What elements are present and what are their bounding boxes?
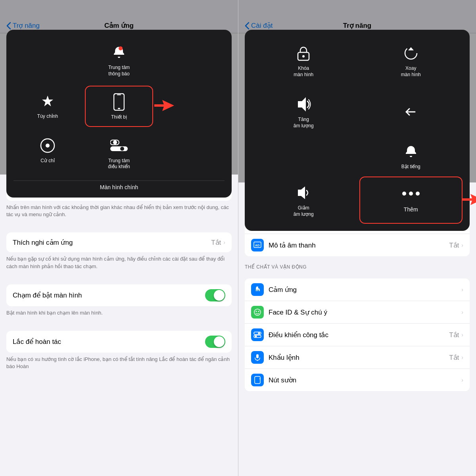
- svg-point-21: [416, 192, 420, 196]
- voice-control-label: Khẩu lệnh: [269, 353, 449, 362]
- red-arrow-right: [463, 194, 476, 207]
- left-popup: Trung tâmthông báo Tùy chỉnh: [6, 30, 232, 198]
- popup-item-device-label: Thiết bị: [111, 114, 127, 121]
- phone-icon: [109, 92, 129, 112]
- cam-ung-row[interactable]: Cảm ứng ›: [245, 278, 470, 301]
- popup-item-customize-label: Tùy chỉnh: [37, 113, 58, 120]
- sound-on-icon: [401, 142, 421, 161]
- bell-icon: [109, 42, 129, 62]
- red-arrow-left: [154, 100, 174, 113]
- shake-undo-label: Lắc để hoàn tác: [13, 338, 205, 346]
- switch-control-label: Điều khiển công tắc: [269, 331, 449, 339]
- popup-item-vol-up[interactable]: Tăngâm lượng: [252, 88, 355, 135]
- tap-screen-toggle[interactable]: [205, 289, 225, 301]
- popup-item-notification[interactable]: Trung tâmthông báo: [85, 37, 153, 83]
- svg-point-36: [255, 336, 257, 338]
- touch-adapt-value: Tắt: [211, 238, 221, 247]
- switch-icon: [251, 328, 264, 341]
- popup-item-lock-label: Khóamàn hình: [294, 65, 313, 78]
- switch-control-chevron: ›: [461, 332, 463, 338]
- audio-desc-chevron: ›: [461, 242, 463, 248]
- svg-point-35: [258, 332, 260, 334]
- popup-item-sound-on[interactable]: Bật tiếng: [359, 135, 463, 177]
- left-settings-content: Haptic Touch › Nhấn trên màn hình với cá…: [0, 175, 238, 476]
- svg-rect-23: [463, 198, 473, 201]
- svg-point-0: [119, 46, 123, 50]
- popup-item-gesture-label: Cử chỉ: [40, 158, 55, 164]
- control-icon: [109, 136, 129, 155]
- touch-icon: [251, 283, 264, 296]
- left-popup-overlay: Trung tâmthông báo Tùy chỉnh: [0, 0, 238, 175]
- voice-control-chevron: ›: [461, 354, 463, 361]
- popup-item-customize[interactable]: Tùy chỉnh: [13, 86, 82, 127]
- shake-undo-section: Lắc để hoàn tác: [6, 331, 232, 353]
- popup-item-vol-up-label: Tăngâm lượng: [294, 117, 314, 129]
- rotate-icon: [401, 43, 421, 63]
- touch-adapt-section: Thích nghi cảm ứng Tắt ›: [6, 232, 232, 252]
- svg-point-32: [258, 311, 259, 312]
- face-id-row[interactable]: Face ID & Sự chú ý ›: [245, 301, 470, 324]
- side-btn-icon: [251, 374, 264, 386]
- touch-adapt-label: Thích nghi cảm ứng: [13, 238, 211, 247]
- shake-undo-row[interactable]: Lắc để hoàn tác: [6, 331, 232, 353]
- svg-point-8: [46, 144, 50, 148]
- popup-item-control[interactable]: Trung tâmđiều khiển: [85, 130, 153, 176]
- voice-icon: [251, 351, 264, 364]
- lock-icon: [294, 43, 313, 63]
- svg-point-14: [302, 55, 305, 58]
- gesture-icon: [38, 136, 58, 155]
- switch-control-value: Tắt: [449, 331, 459, 339]
- shake-undo-desc: Nếu bạn có xu hướng tình cờ lắc iPhone, …: [6, 356, 232, 370]
- svg-rect-10: [110, 146, 128, 151]
- more-dots-icon: [401, 184, 421, 203]
- tap-screen-row[interactable]: Chạm để bật màn hình: [6, 284, 232, 306]
- voice-control-row[interactable]: Khẩu lệnh Tắt ›: [245, 346, 470, 369]
- popup-item-vol-down[interactable]: Giảmâm lượng: [252, 177, 355, 224]
- svg-rect-39: [255, 376, 260, 384]
- side-btn-row[interactable]: Nút sườn ›: [245, 369, 470, 391]
- star-icon: [38, 91, 58, 111]
- popup-item-sound-on-label: Bật tiếng: [401, 164, 420, 170]
- right-popup-row4: Giảmâm lượng Thêm: [252, 177, 463, 224]
- tap-screen-section: Chạm để bật màn hình: [6, 284, 232, 306]
- svg-point-20: [409, 192, 413, 196]
- right-popup-row3: Bật tiếng: [252, 135, 463, 177]
- svg-marker-1: [42, 96, 53, 106]
- right-popup-grid: Khóamàn hình Xoaymàn hình: [252, 37, 463, 135]
- svg-rect-2: [114, 94, 124, 110]
- side-btn-label: Nút sườn: [269, 376, 461, 384]
- popup-item-gesture[interactable]: Cử chỉ: [13, 130, 82, 176]
- popup-item-back[interactable]: [359, 88, 463, 135]
- face-id-icon: [251, 306, 264, 319]
- switch-control-row[interactable]: Điều khiển công tắc Tắt ›: [245, 324, 470, 346]
- popup-item-rotate[interactable]: Xoaymàn hình: [359, 37, 463, 84]
- popup-item-device[interactable]: Thiết bị: [85, 86, 153, 127]
- audio-desc-value: Tắt: [449, 241, 459, 250]
- popup-item-lock[interactable]: Khóamàn hình: [252, 37, 355, 84]
- svg-point-11: [120, 147, 124, 151]
- tap-screen-label: Chạm để bật màn hình: [13, 291, 205, 299]
- right-popup-overlay: Khóamàn hình Xoaymàn hình: [238, 0, 476, 182]
- cam-ung-label: Cảm ứng: [269, 286, 461, 294]
- audio-desc-icon: AD: [251, 239, 264, 251]
- svg-rect-3: [118, 108, 120, 109]
- audio-desc-row[interactable]: AD Mô tả âm thanh Tắt ›: [245, 234, 470, 256]
- popup-item-more-label: Thêm: [404, 206, 418, 213]
- tap-screen-desc: Bật màn hình khi bạn chạm lên màn hình.: [6, 309, 232, 317]
- svg-point-31: [256, 311, 257, 312]
- popup-item-notification-label: Trung tâmthông báo: [108, 65, 130, 77]
- shake-undo-toggle[interactable]: [205, 336, 225, 348]
- svg-marker-16: [408, 47, 414, 50]
- svg-marker-18: [298, 186, 305, 199]
- shake-undo-toggle-knob: [214, 336, 225, 347]
- popup-item-rotate-label: Xoaymàn hình: [401, 65, 421, 78]
- touch-adapt-chevron: ›: [223, 239, 225, 246]
- svg-rect-4: [117, 94, 121, 95]
- popup-item-vol-down-label: Giảmâm lượng: [294, 205, 314, 217]
- popup-item-more[interactable]: Thêm: [359, 177, 463, 224]
- touch-adapt-row[interactable]: Thích nghi cảm ứng Tắt ›: [6, 232, 232, 252]
- right-popup: Khóamàn hình Xoaymàn hình: [245, 30, 470, 231]
- svg-text:AD: AD: [255, 244, 260, 247]
- left-panel: Trợ năng Cảm ứng Trung tâmthông báo: [0, 0, 238, 476]
- popup-bottom-label: Màn hình chính: [13, 180, 225, 190]
